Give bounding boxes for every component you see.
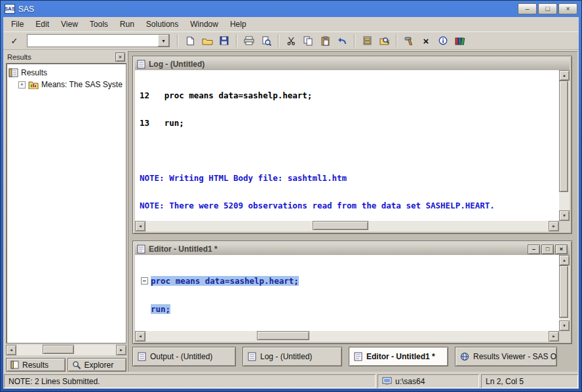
cut-button[interactable]: [283, 33, 299, 48]
scroll-thumb[interactable]: [559, 81, 568, 192]
log-line: [140, 146, 554, 155]
close-button[interactable]: ×: [558, 3, 577, 14]
results-tab-icon: [10, 361, 19, 369]
log-window-icon: [248, 352, 256, 361]
status-location: u:\sas64: [395, 377, 425, 386]
scroll-track[interactable]: [559, 265, 570, 321]
editor-content[interactable]: − proc means data=sashelp.heart; run;: [135, 255, 559, 331]
minimize-button[interactable]: –: [518, 3, 537, 14]
results-panel-close-button[interactable]: ×: [115, 52, 125, 62]
scroll-down-button[interactable]: ▼: [559, 210, 570, 221]
editor-close-button[interactable]: ×: [555, 245, 568, 254]
log-vertical-scrollbar[interactable]: ▲ ▼: [559, 70, 570, 221]
winbar-button-editor[interactable]: Editor - Untitled1 *: [349, 347, 448, 366]
menu-item-window[interactable]: Window: [184, 18, 224, 31]
tree-item-means[interactable]: + Means: The SAS Syste: [9, 79, 124, 90]
help-button[interactable]: [452, 33, 468, 48]
scroll-right-button[interactable]: ►: [116, 345, 126, 355]
tab-results[interactable]: Results: [6, 358, 66, 372]
menu-item-run[interactable]: Run: [114, 18, 140, 31]
scroll-track[interactable]: [146, 221, 549, 231]
log-line: 12 proc means data=sashelp.heart;: [140, 91, 554, 100]
log-line: NOTE: Writing HTML Body file: sashtml1.h…: [140, 174, 554, 183]
log-content[interactable]: 12 proc means data=sashelp.heart; 13 run…: [135, 70, 559, 221]
toolbar-separator: [396, 34, 397, 47]
maximize-button[interactable]: □: [538, 3, 557, 14]
scroll-down-button[interactable]: ▼: [559, 321, 570, 331]
tree-expand-icon[interactable]: +: [18, 81, 26, 88]
copy-button[interactable]: [300, 33, 316, 48]
scrollbar-corner: [559, 331, 570, 342]
menu-item-view[interactable]: View: [55, 18, 84, 31]
explorer-button[interactable]: [376, 33, 392, 48]
menu-item-help[interactable]: Help: [224, 18, 252, 31]
paste-button[interactable]: [317, 33, 333, 48]
submit-check-button[interactable]: ✓: [7, 33, 22, 48]
log-line: NOTE: There were 5209 observations read …: [140, 201, 554, 210]
command-dropdown-button[interactable]: ▼: [158, 35, 169, 47]
delete-icon: ×: [423, 35, 429, 47]
tree-item-label: Results: [21, 68, 47, 77]
menu-item-solutions[interactable]: Solutions: [140, 18, 184, 31]
submit-check-icon: ✓: [11, 36, 18, 46]
scroll-track[interactable]: [16, 345, 116, 355]
fold-collapse-icon[interactable]: −: [141, 277, 148, 284]
tree-item-results[interactable]: Results: [9, 67, 124, 79]
new-document-button[interactable]: [182, 33, 198, 48]
results-horizontal-scrollbar[interactable]: ◄ ►: [6, 345, 126, 355]
print-preview-button[interactable]: [258, 33, 274, 48]
undo-icon: [338, 37, 347, 45]
winbar-button-label: Output - (Untitled): [150, 352, 212, 361]
panel-tab-strip: Results Explorer: [6, 355, 126, 372]
log-window-title: Log - (Untitled): [149, 60, 204, 69]
tools-button[interactable]: [401, 33, 417, 48]
scroll-thumb[interactable]: [313, 221, 368, 230]
help-books-icon: [455, 36, 465, 45]
editor-minimize-button[interactable]: –: [528, 245, 540, 254]
scroll-thumb[interactable]: [257, 331, 309, 340]
log-titlebar[interactable]: Log - (Untitled): [135, 58, 570, 70]
explorer-tab-icon: [72, 361, 81, 370]
toolbar-separator: [236, 34, 237, 47]
scroll-right-button[interactable]: ►: [549, 221, 559, 231]
results-panel-header[interactable]: Results ×: [6, 51, 126, 63]
print-button[interactable]: [241, 33, 257, 48]
info-button[interactable]: [435, 33, 451, 48]
editor-vertical-scrollbar[interactable]: ▲ ▼: [559, 255, 570, 331]
new-document-icon: [186, 36, 195, 46]
scroll-thumb[interactable]: [559, 265, 568, 318]
tab-label: Explorer: [85, 361, 114, 370]
scroll-left-button[interactable]: ◄: [135, 331, 146, 342]
open-button[interactable]: [199, 33, 215, 48]
editor-maximize-button[interactable]: □: [541, 245, 554, 254]
delete-button[interactable]: ×: [418, 33, 434, 48]
winbar-button-output[interactable]: Output - (Untitled): [132, 347, 236, 366]
winbar-button-log[interactable]: Log - (Untitled): [242, 347, 342, 366]
save-button[interactable]: [216, 33, 232, 48]
scroll-track[interactable]: [559, 81, 570, 210]
command-input[interactable]: [28, 35, 158, 47]
log-line: 13 run;: [140, 119, 554, 128]
scroll-left-button[interactable]: ◄: [135, 221, 146, 231]
tools-icon: [404, 36, 414, 45]
menu-item-file[interactable]: File: [5, 18, 29, 31]
menu-item-edit[interactable]: Edit: [29, 18, 55, 31]
scroll-up-button[interactable]: ▲: [559, 70, 570, 81]
editor-horizontal-scrollbar[interactable]: ◄ ►: [135, 331, 559, 342]
status-location-panel: u:\sas64: [378, 374, 479, 388]
toolbar-separator: [354, 34, 355, 47]
scroll-left-button[interactable]: ◄: [6, 345, 16, 355]
log-horizontal-scrollbar[interactable]: ◄ ►: [135, 221, 559, 231]
new-library-button[interactable]: [359, 33, 375, 48]
scroll-right-button[interactable]: ►: [549, 331, 559, 342]
winbar-button-results-viewer[interactable]: Results Viewer - SAS Ou...: [455, 347, 557, 366]
undo-button[interactable]: [334, 33, 350, 48]
scroll-thumb[interactable]: [43, 345, 74, 354]
scroll-up-button[interactable]: ▲: [559, 255, 570, 265]
scroll-track[interactable]: [146, 331, 549, 342]
tab-explorer[interactable]: Explorer: [68, 358, 127, 372]
titlebar[interactable]: SAS SAS – □ ×: [1, 1, 581, 17]
menu-item-tools[interactable]: Tools: [84, 18, 114, 31]
results-tree[interactable]: Results + Means: The SAS Syste: [6, 63, 126, 343]
editor-titlebar[interactable]: Editor - Untitled1 * – □ ×: [135, 243, 570, 255]
